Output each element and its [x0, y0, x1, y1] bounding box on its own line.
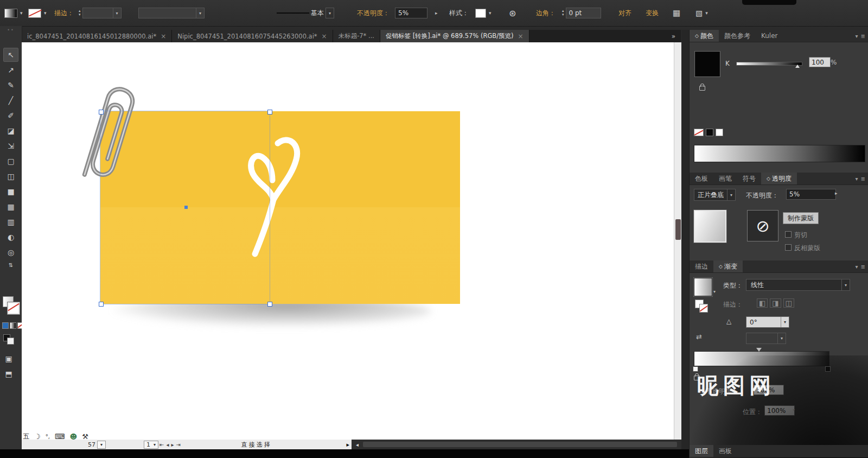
- opacity-field[interactable]: 5%: [395, 8, 427, 18]
- screen-mode[interactable]: ⬒: [1, 367, 16, 381]
- gradient-preview-swatch[interactable]: [694, 278, 712, 296]
- tab-kuler[interactable]: Kuler: [756, 30, 783, 42]
- tab-overflow-button[interactable]: »: [666, 30, 681, 42]
- zoom-tool[interactable]: ◎: [3, 245, 18, 259]
- tab-transparency[interactable]: ◇ 透明度: [761, 173, 797, 185]
- horizontal-scrollbar-thumb[interactable]: [363, 442, 677, 447]
- close-icon[interactable]: ×: [322, 33, 327, 40]
- selection-center-point[interactable]: [184, 206, 188, 209]
- punctuation-icon[interactable]: °,: [46, 434, 50, 440]
- transform-grid-icon[interactable]: ▦: [673, 8, 680, 18]
- paintbrush-tool[interactable]: ✐: [3, 109, 18, 123]
- last-artboard-button[interactable]: ⇥: [176, 442, 180, 448]
- tab-symbols[interactable]: 符号: [737, 173, 761, 185]
- transform-button[interactable]: 变换: [646, 8, 659, 18]
- ime-mode-icon[interactable]: ☽: [34, 432, 41, 440]
- gradient-slider-bar[interactable]: [694, 351, 829, 366]
- object-thumbnail[interactable]: [694, 210, 726, 243]
- swap-fill-stroke[interactable]: [3, 334, 17, 345]
- stroke-along-button[interactable]: ◨: [770, 298, 781, 308]
- status-expand-arrow[interactable]: ▸: [346, 441, 349, 448]
- draw-normal-mode[interactable]: ▣: [1, 352, 16, 366]
- opacity-mask-thumbnail[interactable]: ⊘: [747, 210, 778, 241]
- document-tab[interactable]: ic_8047451_20140816145012880000.ai* ×: [22, 30, 172, 42]
- canvas[interactable]: 五 ☽ °, ⌨ ☻ ⚒: [22, 42, 674, 440]
- gradient-type-dropdown[interactable]: 线性 ▾: [746, 279, 850, 291]
- vertical-scrollbar-thumb[interactable]: [675, 219, 681, 240]
- tab-layers[interactable]: 图层: [690, 445, 713, 457]
- invert-mask-checkbox[interactable]: 反相蒙版: [785, 244, 820, 253]
- style-swatch-dropdown[interactable]: ▾: [475, 8, 493, 18]
- panel-collapse-icon[interactable]: ▾: [856, 176, 858, 182]
- reverse-gradient-icon[interactable]: ⇄: [696, 333, 702, 341]
- artboard-navigation-field[interactable]: 1 ▾: [144, 441, 158, 449]
- stroke-swatch-dropdown[interactable]: ▾: [28, 8, 48, 18]
- zoom-value[interactable]: 57: [88, 441, 95, 448]
- zoom-dropdown[interactable]: ▾: [97, 441, 106, 449]
- lock-icon[interactable]: [699, 86, 705, 91]
- user-icon[interactable]: ☻: [70, 432, 78, 440]
- collapse-diamond-icon[interactable]: ◇: [695, 33, 699, 39]
- stepper-arrows-icon[interactable]: ▴▾: [79, 9, 81, 17]
- collapse-diamond-icon[interactable]: ◇: [767, 176, 770, 181]
- none-swatch[interactable]: [694, 129, 704, 136]
- line-segment-tool[interactable]: ╱: [3, 93, 18, 107]
- selection-handle[interactable]: [99, 110, 104, 114]
- shape-builder-tool[interactable]: ◫: [3, 169, 18, 183]
- stroke-across-button[interactable]: ◫: [783, 298, 794, 308]
- gradient-fill-stroke-proxy[interactable]: [695, 300, 709, 314]
- variable-width-dropdown[interactable]: ▾: [138, 8, 205, 18]
- close-icon[interactable]: ×: [161, 33, 166, 40]
- gradient-button[interactable]: [10, 322, 16, 329]
- blend-mode-dropdown[interactable]: 正片叠底 ▾: [694, 189, 736, 201]
- slider-handle[interactable]: [795, 65, 800, 68]
- align-button[interactable]: 对齐: [618, 8, 631, 18]
- document-tab[interactable]: 未标题-7* ...: [333, 30, 380, 42]
- panel-grip[interactable]: ••: [0, 26, 22, 33]
- tab-brushes[interactable]: 画笔: [713, 173, 737, 185]
- collapse-diamond-icon[interactable]: ◇: [719, 264, 723, 269]
- free-transform-tool[interactable]: ▢: [3, 154, 18, 168]
- checkbox-icon[interactable]: [785, 231, 792, 238]
- document-tab-active[interactable]: 促销标签 [转换].ai* @ 689.57% (RGB/预览) ×: [380, 30, 529, 42]
- document-tab[interactable]: Nipic_8047451_20140816075445263000.ai* ×: [172, 30, 333, 42]
- panel-menu-icon[interactable]: ≣: [861, 264, 865, 270]
- white-swatch[interactable]: [716, 129, 723, 136]
- tab-swatches[interactable]: 色板: [690, 173, 713, 185]
- graph-tool[interactable]: ▥: [3, 215, 18, 229]
- clip-checkbox[interactable]: 剪切: [785, 231, 807, 240]
- stroke-label[interactable]: 描边：: [54, 8, 74, 18]
- selection-handle[interactable]: [99, 302, 104, 307]
- eraser-tool[interactable]: ◪: [3, 124, 18, 138]
- corner-stepper[interactable]: ▴▾ 0 pt: [562, 8, 601, 18]
- direct-selection-tool[interactable]: ↗: [3, 63, 18, 77]
- tab-artboards[interactable]: 画板: [713, 445, 737, 457]
- recolor-artwork-icon[interactable]: ⊛: [509, 8, 516, 18]
- corner-value[interactable]: 0 pt: [566, 8, 601, 18]
- opacity-spinner[interactable]: ▸: [434, 8, 439, 18]
- color-spectrum-bar[interactable]: [694, 145, 865, 162]
- panel-menu-icon[interactable]: ≣: [861, 33, 865, 39]
- pen-tool[interactable]: ✎: [3, 78, 18, 92]
- gradient-position-field[interactable]: 100%: [764, 405, 795, 416]
- first-artboard-button[interactable]: ⇤: [159, 442, 164, 448]
- scale-tool[interactable]: ⇲: [3, 139, 18, 153]
- blend-tool[interactable]: ◐: [3, 230, 18, 244]
- stroke-weight-stepper[interactable]: ▴▾ ▾: [79, 8, 122, 18]
- k-value-field[interactable]: 100: [809, 57, 831, 67]
- fill-stroke-proxy[interactable]: [3, 296, 19, 315]
- selection-handle[interactable]: [267, 110, 272, 114]
- panel-collapse-icon[interactable]: ▾: [856, 264, 858, 270]
- gradient-angle-dropdown[interactable]: 0° ▾: [746, 316, 789, 328]
- checkbox-icon[interactable]: [785, 244, 792, 251]
- horizontal-scrollbar[interactable]: ◂: [352, 440, 681, 449]
- tab-gradient[interactable]: ◇ 渐变: [713, 260, 743, 272]
- fill-swatch-dropdown[interactable]: ▾: [4, 8, 24, 18]
- selection-handle[interactable]: [267, 302, 272, 307]
- tab-color[interactable]: ◇ 颜色: [690, 30, 719, 42]
- brush-definition-dropdown[interactable]: 基本 ▾: [277, 8, 334, 18]
- panel-menu-icon[interactable]: ≣: [861, 176, 865, 182]
- selection-tool[interactable]: ↖: [3, 48, 18, 62]
- stepper-arrows-icon[interactable]: ▴▾: [562, 9, 564, 17]
- chevron-down-icon[interactable]: ▾: [793, 408, 795, 412]
